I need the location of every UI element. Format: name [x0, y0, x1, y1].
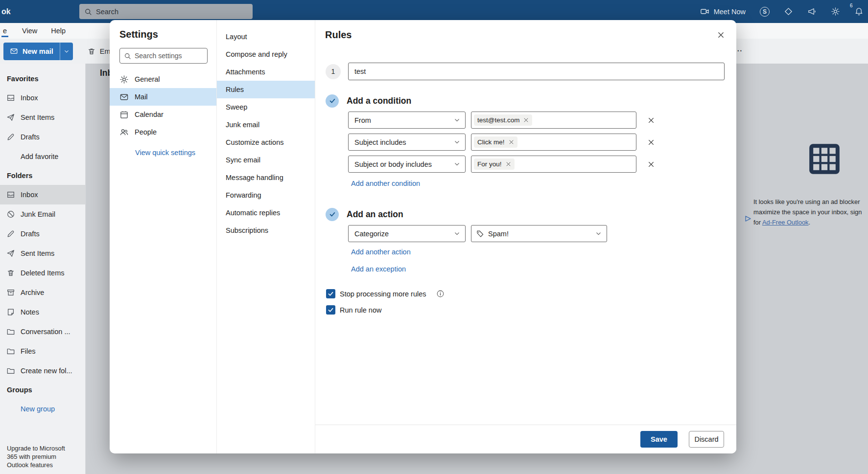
delete-condition-button[interactable] — [644, 135, 658, 149]
check-icon — [328, 307, 334, 313]
close-dialog-button[interactable] — [713, 27, 728, 43]
settings-category-mail[interactable]: Mail — [110, 88, 216, 106]
favorite-sent-items[interactable]: Sent Items — [0, 108, 85, 127]
settings-category-calendar[interactable]: Calendar — [110, 106, 216, 123]
discard-button[interactable]: Discard — [689, 431, 724, 448]
feedback-icon[interactable] — [807, 7, 817, 16]
settings-category-people[interactable]: People — [110, 123, 216, 141]
add-favorite-button[interactable]: Add favorite — [0, 147, 85, 166]
action-value-select[interactable]: Spam! — [471, 225, 607, 242]
settings-search-box[interactable] — [119, 48, 208, 64]
settings-nav-automatic-replies[interactable]: Automatic replies — [217, 204, 315, 222]
folder-conversation-history[interactable]: Conversation ... — [0, 322, 85, 341]
chevron-down-icon — [454, 117, 460, 123]
settings-nav-customize-actions[interactable]: Customize actions — [217, 134, 315, 151]
outlook-app-window: ok Meet Now S 6 e View Help — [0, 0, 868, 474]
top-search-bar[interactable] — [79, 4, 253, 19]
condition-type-select[interactable]: Subject or body includes — [348, 156, 466, 173]
folder-inbox[interactable]: Inbox — [0, 185, 85, 204]
create-folder-label: Create new fol... — [21, 367, 72, 375]
settings-category-general[interactable]: General — [110, 70, 216, 88]
create-new-folder-button[interactable]: Create new fol... — [0, 361, 85, 381]
condition-value-box[interactable]: For you! — [471, 156, 636, 173]
add-another-condition-link[interactable]: Add another condition — [351, 180, 420, 187]
condition-type-select[interactable]: From — [348, 112, 466, 129]
settings-nav-layout[interactable]: Layout — [217, 28, 315, 45]
settings-nav-sweep[interactable]: Sweep — [217, 98, 315, 116]
settings-dialog: Settings General Mail Calendar People — [110, 20, 736, 453]
folder-junk-email[interactable]: Junk Email — [0, 204, 85, 224]
condition-type-select[interactable]: Subject includes — [348, 134, 466, 151]
action-rows: Categorize Spam! — [348, 225, 725, 242]
groups-header[interactable]: Groups — [0, 381, 85, 399]
new-mail-dropdown[interactable] — [60, 43, 73, 60]
meet-now-button[interactable]: Meet Now — [700, 7, 746, 16]
favorites-header[interactable]: Favorites — [0, 69, 85, 88]
settings-nav-subscriptions[interactable]: Subscriptions — [217, 222, 315, 239]
condition-check-icon — [326, 94, 339, 108]
rule-name-input[interactable] — [348, 63, 725, 80]
folder-deleted-items[interactable]: Deleted Items — [0, 263, 85, 283]
folder-label: Files — [21, 347, 36, 355]
settings-nav-attachments[interactable]: Attachments — [217, 63, 315, 81]
settings-nav-rules[interactable]: Rules — [217, 81, 315, 98]
adchoices-icon[interactable] — [745, 215, 751, 222]
favorite-drafts[interactable]: Drafts — [0, 127, 85, 147]
run-rule-checkbox[interactable] — [326, 305, 335, 315]
delete-condition-button[interactable] — [644, 158, 658, 171]
menu-help[interactable]: Help — [51, 27, 66, 35]
favorite-inbox[interactable]: Inbox — [0, 88, 85, 108]
send-icon — [6, 249, 15, 258]
settings-nav-forwarding[interactable]: Forwarding — [217, 186, 315, 204]
condition-value-box[interactable]: Click me! — [471, 134, 636, 151]
condition-type-value: Subject includes — [354, 138, 406, 146]
action-type-select[interactable]: Categorize — [348, 225, 466, 242]
close-icon — [717, 31, 725, 39]
chip-remove-icon[interactable] — [523, 117, 529, 123]
new-group-button[interactable]: New group — [0, 399, 85, 419]
inbox-icon — [6, 190, 15, 199]
run-rule-label: Run rule now — [340, 306, 381, 314]
folder-files[interactable]: Files — [0, 341, 85, 361]
ad-line-1: It looks like you're using an ad blocker — [753, 197, 868, 207]
favorite-label: Drafts — [21, 133, 40, 141]
notifications-button[interactable]: 6 — [854, 7, 864, 17]
upgrade-banner[interactable]: Upgrade to Microsoft 365 with premium Ou… — [7, 444, 76, 469]
premium-icon[interactable] — [784, 7, 793, 16]
chip-remove-icon[interactable] — [509, 139, 514, 145]
folder-drafts[interactable]: Drafts — [0, 224, 85, 244]
rule-number-badge: 1 — [326, 64, 341, 79]
new-mail-button[interactable]: New mail — [3, 43, 73, 60]
add-an-exception-link[interactable]: Add an exception — [351, 265, 406, 273]
settings-nav-junk-email[interactable]: Junk email — [217, 116, 315, 134]
settings-nav-message-handling[interactable]: Message handling — [217, 169, 315, 186]
folders-header[interactable]: Folders — [0, 166, 85, 185]
view-quick-settings-link[interactable]: View quick settings — [135, 149, 195, 157]
search-input[interactable] — [96, 8, 248, 16]
menu-view[interactable]: View — [22, 27, 37, 35]
settings-search-input[interactable] — [135, 52, 203, 60]
add-favorite-label: Add favorite — [21, 153, 58, 160]
category-label: Calendar — [135, 111, 164, 118]
action-heading: Add an action — [347, 209, 403, 220]
skype-icon[interactable]: S — [760, 7, 770, 17]
delete-condition-button[interactable] — [644, 113, 658, 127]
settings-gear-icon[interactable] — [831, 7, 840, 16]
menu-tab-fragment[interactable]: e — [1, 25, 8, 37]
stop-processing-checkbox[interactable] — [326, 289, 335, 298]
settings-nav-compose-and-reply[interactable]: Compose and reply — [217, 45, 315, 63]
folder-archive[interactable]: Archive — [0, 283, 85, 302]
chip-remove-icon[interactable] — [506, 161, 511, 167]
settings-nav-sync-email[interactable]: Sync email — [217, 151, 315, 169]
mail-sections-panel: Layout Compose and reply Attachments Rul… — [216, 20, 315, 453]
save-button[interactable]: Save — [640, 431, 678, 448]
topbar: ok Meet Now S 6 — [0, 0, 868, 23]
close-icon — [648, 117, 655, 124]
info-icon[interactable] — [436, 290, 445, 298]
condition-value-box[interactable]: test@test.com — [471, 112, 636, 129]
new-mail-main[interactable]: New mail — [3, 43, 60, 60]
add-another-action-link[interactable]: Add another action — [351, 248, 411, 256]
ad-free-outlook-link[interactable]: Ad-Free Outlook — [762, 219, 809, 226]
folder-notes[interactable]: Notes — [0, 302, 85, 322]
folder-sent-items[interactable]: Sent Items — [0, 244, 85, 263]
